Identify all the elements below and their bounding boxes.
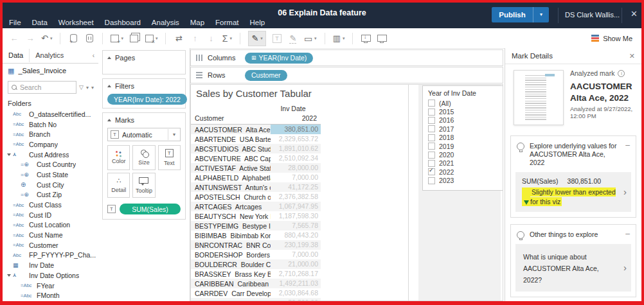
labels-icon[interactable] bbox=[333, 32, 345, 45]
duplicate-sheet-icon[interactable] bbox=[129, 32, 139, 45]
clear-sheet-icon[interactable] bbox=[145, 32, 158, 45]
year-filter-item[interactable]: 2016 bbox=[428, 116, 497, 125]
sales-value-cell[interactable]: 41,172.25 bbox=[271, 182, 321, 192]
tooltip-button[interactable]: Tooltip bbox=[132, 173, 155, 198]
field-row[interactable]: Cust Zip bbox=[3, 190, 98, 200]
tab-analytics[interactable]: Analytics bbox=[29, 49, 69, 62]
account-menu[interactable]: DS Clark Wallis... bbox=[565, 11, 620, 19]
forward-icon[interactable] bbox=[25, 32, 35, 45]
rows-shelf[interactable]: Rows Customer bbox=[190, 67, 503, 83]
sum-sales-insight-card[interactable]: SUM(Sales) 380,851.00 Slightly lower tha… bbox=[515, 172, 631, 211]
year-filter-item[interactable]: 2021 bbox=[428, 159, 497, 168]
customer-cell[interactable]: BOULDERCR Boulder Cou.. bbox=[191, 261, 271, 268]
expand-pill-icon[interactable]: ⊞ bbox=[251, 55, 256, 61]
search-input[interactable]: Search bbox=[8, 81, 76, 94]
customer-cell[interactable]: ARTCAGES Artcages bbox=[191, 203, 271, 211]
customer-cell[interactable]: AACUSTOMER Alta Ace bbox=[191, 126, 271, 134]
pause-auto-updates-icon[interactable] bbox=[84, 32, 94, 45]
menu-item[interactable]: Help bbox=[249, 19, 265, 26]
collapse-pane-icon[interactable]: ‹ bbox=[89, 52, 98, 59]
sort-ascending-icon[interactable] bbox=[190, 32, 200, 45]
checkbox[interactable] bbox=[428, 100, 435, 107]
size-button[interactable]: Size bbox=[132, 145, 155, 170]
open-question-chevron-icon[interactable]: › bbox=[623, 261, 627, 272]
year-filter-item[interactable]: 2015 bbox=[428, 107, 497, 116]
field-row[interactable]: Cust ID bbox=[3, 210, 98, 220]
field-row[interactable]: O_dataselfcertified... bbox=[3, 109, 98, 119]
customer-cell[interactable]: ACTIVESTAF Active Staffi.. bbox=[191, 164, 271, 172]
highlight-icon[interactable] bbox=[248, 31, 265, 46]
filters-header[interactable]: Filters bbox=[107, 82, 181, 90]
customer-cell[interactable]: BORDERSHOP Borders B.. bbox=[191, 251, 271, 259]
checkbox[interactable] bbox=[428, 109, 435, 116]
checkbox[interactable] bbox=[428, 160, 435, 167]
explore-values-header[interactable]: Explore underlying values for AACUSTOMER… bbox=[511, 136, 636, 172]
collapse-section-icon[interactable]: – bbox=[625, 142, 630, 148]
annotate-icon[interactable] bbox=[288, 32, 298, 45]
year-filter-item[interactable]: 2018 bbox=[428, 134, 497, 142]
year-filter-item[interactable]: 2020 bbox=[428, 150, 497, 159]
checkbox[interactable] bbox=[428, 143, 435, 150]
columns-shelf[interactable]: Columns ⊞YEAR(Inv Date) bbox=[190, 49, 503, 66]
device-preview-icon[interactable] bbox=[361, 32, 371, 45]
field-row[interactable]: Cust Name bbox=[3, 230, 98, 240]
presentation-mode-icon[interactable] bbox=[377, 32, 387, 45]
publish-button[interactable]: Publish ▾ bbox=[492, 7, 549, 22]
column-header-2022[interactable]: 2022 bbox=[267, 114, 317, 122]
menu-item[interactable]: Worksheet bbox=[58, 19, 94, 26]
sales-value-cell[interactable]: 1,492,211.03 bbox=[271, 279, 321, 288]
sales-value-cell[interactable]: 1,187,598.30 bbox=[271, 211, 321, 221]
row-header-customer[interactable]: Customer bbox=[195, 114, 224, 122]
text-button[interactable]: TText bbox=[158, 145, 181, 170]
menu-item[interactable]: Format bbox=[215, 19, 238, 26]
field-row[interactable]: Customer bbox=[3, 240, 98, 250]
checkbox[interactable] bbox=[428, 134, 435, 141]
unique-question-card[interactable]: What is unique about AACUSTOMER Alta Ace… bbox=[515, 244, 631, 292]
sales-value-cell[interactable]: 2,030,864.68 bbox=[271, 288, 321, 298]
columns-pill-year-inv-date[interactable]: ⊞YEAR(Inv Date) bbox=[245, 53, 313, 64]
sales-value-cell[interactable]: 1,067,947.95 bbox=[271, 202, 321, 211]
sales-value-cell[interactable]: 1,891,010.62 bbox=[271, 144, 321, 153]
year-filter-item[interactable]: 2017 bbox=[428, 125, 497, 133]
pane-options-caret-icon[interactable]: ▾ bbox=[91, 85, 94, 91]
data-source-row[interactable]: ▦ _Sales_Invoice bbox=[3, 64, 98, 78]
publish-dropdown-caret-icon[interactable]: ▾ bbox=[533, 7, 549, 22]
customer-cell[interactable]: BIBIMBAB Bibimbab Kor.. bbox=[191, 232, 271, 240]
customer-cell[interactable]: BNRCONTRAC BNR Contr.. bbox=[191, 241, 271, 249]
year-filter-item[interactable]: 2023 bbox=[428, 177, 497, 185]
customer-cell[interactable]: APOSTELSCH Church of T.. bbox=[191, 193, 271, 201]
field-row[interactable]: Cust Class bbox=[3, 200, 98, 210]
customer-cell[interactable]: ANTUNSWEST Antun's of.. bbox=[191, 184, 271, 191]
mark-details-close-icon[interactable]: ✕ bbox=[629, 52, 635, 60]
filter-pill-year-inv-date[interactable]: YEAR(Inv Date): 2022 bbox=[107, 94, 187, 105]
rows-pill-customer[interactable]: Customer bbox=[245, 70, 287, 81]
field-row[interactable]: FP_FYYYY-PP_Cha... bbox=[3, 250, 98, 261]
field-row[interactable]: Cust Location bbox=[3, 220, 98, 231]
year-filter-item[interactable]: (All) bbox=[428, 99, 497, 107]
new-data-source-icon[interactable] bbox=[68, 32, 78, 45]
field-row[interactable]: Cust Address bbox=[3, 150, 98, 160]
field-row[interactable]: Cust State bbox=[3, 170, 98, 180]
checkbox[interactable] bbox=[428, 117, 435, 124]
detail-button[interactable]: Detail bbox=[107, 173, 130, 198]
customer-cell[interactable]: BRASSKEY Brass Key Bar bbox=[191, 270, 271, 278]
show-mark-labels-icon[interactable] bbox=[272, 32, 282, 45]
sum-sales-pill[interactable]: SUM(Sales) bbox=[120, 204, 181, 214]
menu-item[interactable]: Analysis bbox=[152, 19, 179, 26]
customer-cell[interactable]: BEAUTYSCH New York In.. bbox=[191, 213, 271, 220]
marks-header[interactable]: Marks bbox=[107, 116, 181, 124]
menu-item[interactable]: Map bbox=[190, 19, 204, 26]
year-filter-item[interactable]: 2022 bbox=[428, 168, 497, 176]
sales-value-cell[interactable]: 380,851.00 bbox=[271, 125, 321, 134]
expand-caret-icon[interactable] bbox=[7, 153, 13, 156]
customer-cell[interactable]: CASHCONNEC Cash Conn.. bbox=[191, 299, 271, 302]
year-filter-item[interactable]: 2019 bbox=[428, 142, 497, 150]
mark-type-dropdown[interactable]: T Automatic ▾ bbox=[107, 128, 181, 141]
filter-fields-icon[interactable]: ▽ bbox=[79, 84, 84, 91]
customer-cell[interactable]: ABCSTUDIOS ABC Studio.. bbox=[191, 145, 271, 153]
pages-header[interactable]: Pages bbox=[107, 54, 181, 62]
sales-value-cell[interactable]: 230,199.38 bbox=[271, 240, 321, 250]
customer-cell[interactable]: CARIBBEAN Caribbean S.. bbox=[191, 280, 271, 288]
sales-value-cell[interactable]: 7,000.00 bbox=[271, 250, 321, 259]
fit-icon[interactable] bbox=[304, 32, 317, 45]
